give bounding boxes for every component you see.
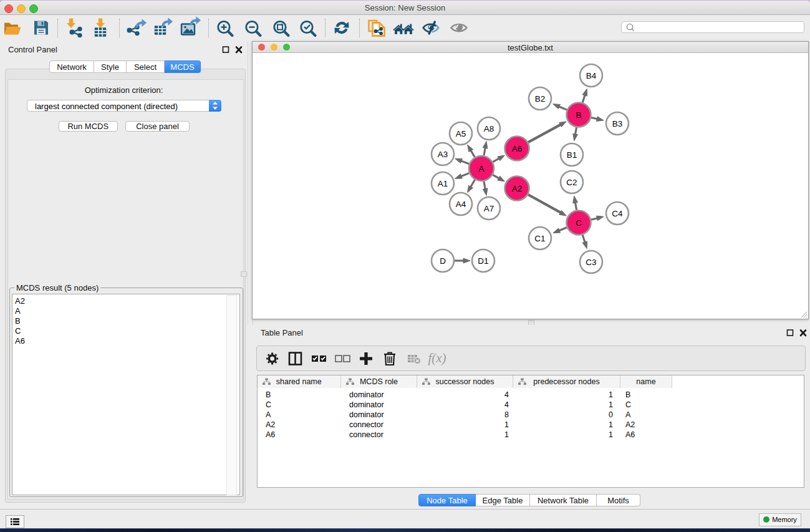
svg-text:C1: C1 — [534, 233, 545, 243]
svg-text:B: B — [576, 110, 581, 119]
svg-text:A4: A4 — [456, 199, 466, 208]
svg-text:C: C — [576, 218, 582, 227]
svg-text:B4: B4 — [586, 70, 597, 80]
svg-text:A8: A8 — [484, 123, 494, 133]
svg-text:D1: D1 — [478, 256, 488, 265]
svg-text:C2: C2 — [566, 177, 577, 186]
svg-text:A6: A6 — [512, 143, 523, 153]
svg-text:B3: B3 — [612, 118, 623, 128]
svg-text:A2: A2 — [512, 183, 523, 193]
svg-text:A: A — [478, 163, 484, 173]
svg-text:B1: B1 — [567, 150, 577, 159]
svg-text:C3: C3 — [586, 257, 596, 266]
svg-text:D: D — [440, 256, 446, 265]
svg-text:B2: B2 — [535, 94, 546, 103]
svg-text:A5: A5 — [456, 128, 466, 138]
svg-text:C4: C4 — [612, 208, 623, 218]
svg-text:f(x): f(x) — [428, 351, 446, 365]
svg-text:A3: A3 — [438, 149, 448, 158]
svg-text:A7: A7 — [484, 203, 494, 213]
svg-text:A1: A1 — [438, 178, 448, 188]
